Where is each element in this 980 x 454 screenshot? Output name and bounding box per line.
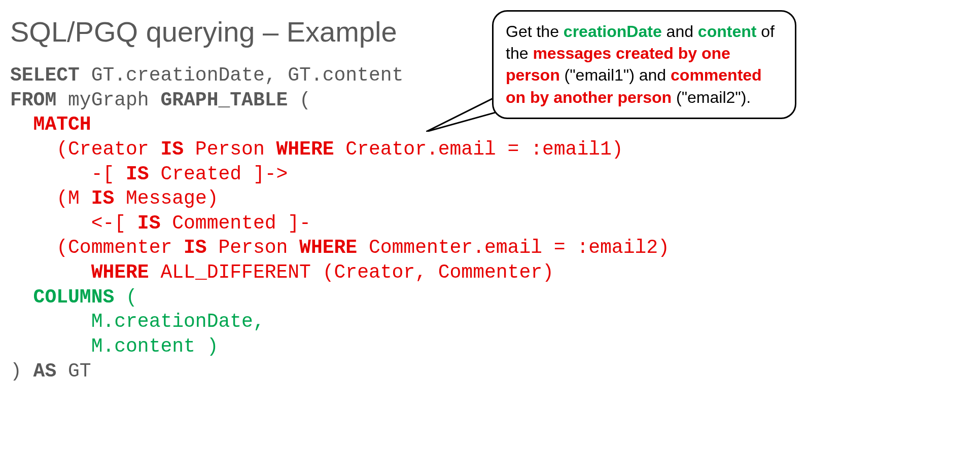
callout-text-1: Get the [506,22,564,41]
callout: Get the creationDate and content of the … [492,10,796,119]
match-line5-pre: (Commenter [10,237,184,258]
open-paren: ( [288,89,311,111]
kw-where-1: WHERE [276,138,334,160]
kw-is-3: IS [91,187,115,209]
columns-open: ( [114,286,137,308]
match-line1-mid: Person [184,138,276,160]
close-paren: ) [10,360,33,382]
callout-text-7: ("email1") and [560,66,671,84]
callout-bubble: Get the creationDate and content of the … [492,10,796,119]
callout-creationdate: creationDate [564,22,662,41]
kw-select: SELECT [10,64,80,86]
kw-as: AS [33,360,57,382]
kw-where-6: WHERE [91,261,149,283]
as-alias: GT [56,360,91,382]
match-line3-post: Message) [114,187,218,209]
from-table: myGraph [56,89,160,111]
callout-text-3: and [662,22,698,41]
column-2: M.content ) [10,335,218,357]
match-line5-post: Commenter.email = :email2) [357,237,670,258]
callout-text-9: ("email2"). [672,88,751,106]
kw-match: MATCH [33,114,91,135]
match-line1-post: Creator.email = :email1) [334,138,623,160]
slide-title: SQL/PGQ querying – Example [10,15,970,48]
kw-is-2: IS [126,163,149,185]
kw-is-5: IS [184,237,207,258]
kw-columns: COLUMNS [33,286,115,308]
callout-content: content [698,22,757,41]
match-line3-pre: (M [10,187,91,209]
kw-is-1: IS [160,138,184,160]
match-line2-pre: -[ [10,163,126,185]
match-line6-post: ALL_DIFFERENT (Creator, Commenter) [149,261,554,283]
column-1: M.creationDate, [10,311,265,332]
match-line5-mid: Person [207,237,299,258]
select-columns: GT.creationDate, GT.content [80,64,404,86]
kw-is-4: IS [137,212,161,234]
match-line4-pre: <-[ [10,212,137,234]
kw-where-5: WHERE [299,237,357,258]
match-line2-post: Created ]-> [149,163,288,185]
match-line1-pre: (Creator [10,138,160,160]
match-line4-post: Commented ]- [160,212,310,234]
kw-from: FROM [10,89,56,111]
kw-graph-table: GRAPH_TABLE [160,89,288,111]
